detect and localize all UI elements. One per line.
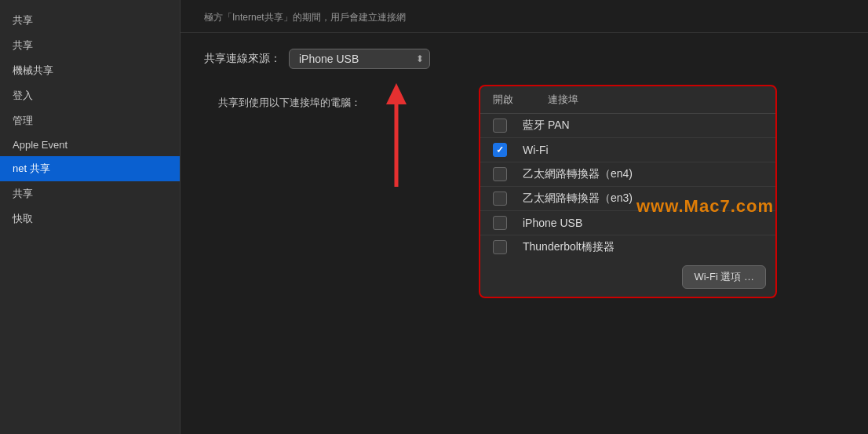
port-row-bluetooth-pan[interactable]: 藍牙 PAN: [480, 114, 775, 138]
port-row-iphone-usb[interactable]: iPhone USB: [480, 211, 775, 235]
port-label-iphone-usb: iPhone USB: [523, 217, 582, 229]
source-dropdown[interactable]: iPhone USBWi-Fi乙太網路Thunderbolt橋接器: [289, 49, 430, 69]
sidebar-item-sharing2[interactable]: 共享: [0, 33, 180, 58]
body-row: 共享到使用以下連接埠的電腦： 開啟 連接埠: [181, 77, 868, 306]
col-header-port: 連接埠: [548, 93, 763, 107]
app-window: 共享共享機械共享登入管理Apple Eventnet 共享共享快取 極方「Int…: [0, 0, 868, 434]
sidebar-item-inet-sharing[interactable]: net 共享: [0, 156, 180, 181]
main-content: 極方「Internet共享」的期間，用戶會建立連接網 共享連線來源： iPhon…: [181, 0, 868, 434]
port-table-header: 開啟 連接埠: [480, 86, 775, 114]
port-rows-container: 藍牙 PANWi-Fi乙太網路轉換器（en4)乙太網路轉換器（en3)iPhon…: [480, 114, 775, 259]
sidebar-item-login[interactable]: 登入: [0, 83, 180, 108]
red-arrow-icon: [369, 77, 424, 195]
port-table: 開啟 連接埠 藍牙 PANWi-Fi乙太網路轉換器（en4)乙太網路轉換器（en…: [479, 85, 777, 298]
checkbox-bluetooth-pan[interactable]: [493, 119, 507, 133]
source-dropdown-wrapper[interactable]: iPhone USBWi-Fi乙太網路Thunderbolt橋接器 ⬍: [289, 49, 430, 69]
port-label-ethernet-en4: 乙太網路轉換器（en4): [523, 167, 633, 181]
port-label-ethernet-en3: 乙太網路轉換器（en3): [523, 191, 633, 206]
sidebar: 共享共享機械共享登入管理Apple Eventnet 共享共享快取: [0, 0, 181, 434]
port-label-wifi: Wi-Fi: [523, 144, 549, 156]
wifi-options-button[interactable]: Wi-Fi 選項 …: [682, 265, 766, 289]
source-row: 共享連線來源： iPhone USBWi-Fi乙太網路Thunderbolt橋接…: [181, 33, 868, 77]
top-banner-text: 極方「Internet共享」的期間，用戶會建立連接網: [204, 12, 406, 23]
svg-marker-1: [386, 83, 407, 104]
sidebar-item-management[interactable]: 管理: [0, 108, 180, 133]
source-label: 共享連線來源：: [204, 52, 281, 66]
checkbox-ethernet-en3[interactable]: [493, 191, 507, 206]
sidebar-item-machine-sharing[interactable]: 機械共享: [0, 58, 180, 83]
checkbox-thunderbolt[interactable]: [493, 240, 507, 254]
port-row-ethernet-en3[interactable]: 乙太網路轉換器（en3): [480, 187, 775, 211]
sidebar-item-apple-event[interactable]: Apple Event: [0, 133, 180, 156]
col-header-open: 開啟: [493, 93, 532, 107]
port-row-thunderbolt[interactable]: Thunderbolt橋接器: [480, 235, 775, 259]
sidebar-item-access[interactable]: 快取: [0, 206, 180, 232]
top-banner: 極方「Internet共享」的期間，用戶會建立連接網: [181, 0, 868, 33]
checkbox-wifi[interactable]: [493, 143, 507, 157]
port-label-thunderbolt: Thunderbolt橋接器: [523, 240, 615, 254]
port-row-wifi[interactable]: Wi-Fi: [480, 138, 775, 162]
sidebar-item-sharing1[interactable]: 共享: [0, 8, 180, 33]
sidebar-item-sharing3[interactable]: 共享: [0, 181, 180, 206]
port-row-ethernet-en4[interactable]: 乙太網路轉換器（en4): [480, 162, 775, 187]
checkbox-ethernet-en4[interactable]: [493, 167, 507, 181]
checkbox-iphone-usb[interactable]: [493, 216, 507, 230]
port-label-bluetooth-pan: 藍牙 PAN: [523, 119, 570, 133]
share-label: 共享到使用以下連接埠的電腦：: [204, 85, 361, 110]
